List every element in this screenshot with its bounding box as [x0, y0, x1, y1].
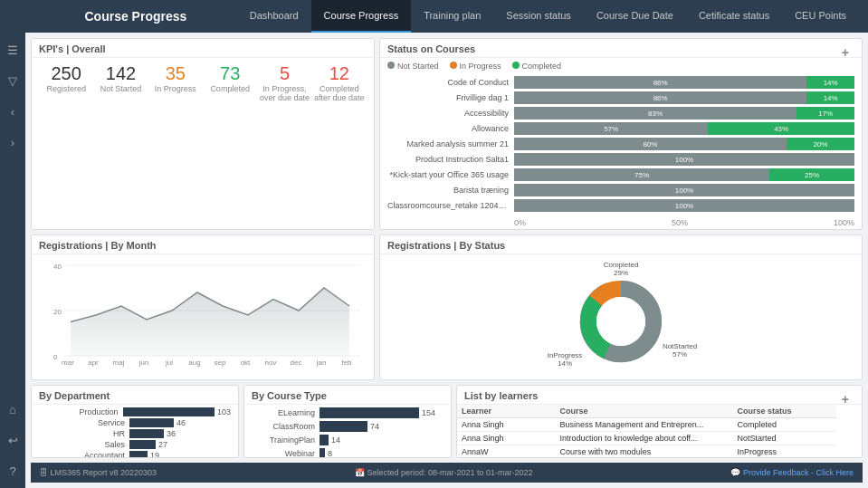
svg-text:jun: jun	[138, 359, 149, 367]
kpi-completed-value: 73	[203, 62, 257, 84]
learner-status: NotStarted	[732, 432, 835, 445]
tab-certificate-status[interactable]: Cetificate status	[686, 0, 782, 33]
status-bar-label: Allowance	[387, 124, 514, 133]
bar-gray: 57%	[514, 122, 708, 135]
kpi-registered: 250 Registered	[39, 62, 93, 102]
by-department-panel: By Department Production 103 Service 46	[31, 385, 239, 458]
tab-ceu-points[interactable]: CEU Points	[782, 0, 859, 33]
undo-icon[interactable]: ↩	[3, 430, 23, 450]
dept-label: HR	[39, 429, 129, 438]
kpi-completed-after-due: 12 Completed after due date	[312, 62, 367, 102]
footer-feedback[interactable]: 💬 Provide Feedback - Click Here	[730, 468, 854, 477]
axis-0: 0%	[514, 218, 526, 227]
status-bar-label: Product Instruction Salta1	[387, 155, 514, 164]
kpi-in-progress-label: In Progress	[148, 84, 203, 93]
tab-dashboard[interactable]: Dashboard	[237, 0, 311, 33]
tab-course-due-date[interactable]: Course Due Date	[584, 0, 686, 33]
chevron-right-icon[interactable]: ›	[3, 132, 23, 152]
home-icon[interactable]: ⌂	[3, 399, 23, 419]
by-course-type-panel: By Course Type ELearning 154 ClassRoom 7…	[243, 385, 452, 458]
status-bar-track: 100%	[514, 153, 854, 166]
registrations-by-month-title: Registrations | By Month	[32, 235, 374, 254]
learners-table: Learner Course Course status Anna Singh …	[457, 405, 836, 458]
ct-label: Webinar	[252, 449, 320, 458]
footer-period: 📅 Selected period: 08-mar-2021 to 01-mar…	[355, 468, 533, 477]
dept-label: Sales	[39, 440, 129, 449]
label-in-progress-pct: 14%	[558, 359, 572, 368]
learners-header-row: Learner Course Course status	[457, 405, 836, 418]
kpi-not-started: 142 Not Started	[93, 62, 148, 102]
ct-value: 8	[328, 449, 332, 458]
status-bar-track: 83% 17%	[514, 107, 854, 120]
status-on-courses-title: Status on Courses +	[380, 39, 862, 58]
list-by-learners-title: List by learners +	[457, 386, 862, 405]
tab-training-plan[interactable]: Training plan	[411, 0, 493, 33]
kpi-overdue-label: In Progress, over due date	[257, 84, 311, 102]
bottom-row: By Department Production 103 Service 46	[31, 385, 863, 458]
status-bar-label: Accessibility	[387, 109, 514, 118]
col-course: Course	[556, 405, 733, 418]
status-bar-label: Frivillige dag 1	[387, 93, 514, 102]
footer-version: 🗄 LMS365 Report v8 20220303	[40, 468, 157, 477]
ct-bar	[320, 435, 329, 445]
dept-value: 103	[217, 407, 231, 416]
axis-100: 100%	[834, 218, 854, 227]
registrations-by-status-panel: Registrations | By Status	[379, 234, 863, 380]
learner-name: Anna Singh	[457, 418, 556, 432]
learner-name: AnnaW	[457, 445, 556, 459]
bar-gray: 86%	[514, 91, 806, 104]
chevron-left-icon[interactable]: ‹	[3, 101, 23, 121]
tab-course-progress[interactable]: Course Progress	[311, 0, 412, 33]
dept-bar	[129, 418, 174, 427]
status-axis: 0% 50% 100%	[380, 216, 862, 229]
status-add-button[interactable]: +	[836, 43, 854, 62]
table-row: Anna Singh Introduction to knowledge abo…	[457, 432, 836, 445]
bar-green: 43%	[708, 122, 854, 135]
legend-not-started: Not Started	[387, 62, 439, 71]
dept-label: Service	[39, 418, 129, 427]
svg-text:mar: mar	[62, 359, 74, 367]
filter-icon[interactable]: ▽	[3, 71, 23, 91]
svg-text:jan: jan	[316, 359, 327, 367]
status-bar-row: Marked analysis summer 21 80% 20%	[387, 138, 854, 150]
status-bar-label: *Kick-start your Office 365 usage	[387, 170, 514, 179]
ct-row: ClassRoom 74	[252, 421, 444, 432]
learners-thead: Learner Course Course status	[457, 405, 836, 418]
line-chart-svg: 40 20 0	[39, 258, 365, 367]
status-bar-row: Accessibility 83% 17%	[387, 107, 854, 120]
status-bar-label: Code of Conduct	[387, 78, 514, 87]
ct-label: TrainingPlan	[252, 435, 320, 445]
learner-course: Course with two modules	[556, 445, 733, 459]
ct-value: 14	[331, 435, 340, 445]
dept-value: 19	[150, 451, 159, 458]
bar-green: 25%	[769, 168, 854, 181]
axis-50: 50%	[672, 218, 688, 227]
legend-dot-not-started	[387, 62, 395, 69]
learners-table-scroll[interactable]: Learner Course Course status Anna Singh …	[457, 405, 836, 458]
menu-icon[interactable]: ☰	[3, 40, 23, 60]
footer: 🗄 LMS365 Report v8 20220303 📅 Selected p…	[31, 463, 863, 483]
dept-label: Production	[39, 407, 123, 416]
kpi-overdue: 5 In Progress, over due date	[257, 62, 311, 102]
kpi-in-progress: 35 In Progress	[148, 62, 203, 102]
kpi-completed-label: Completed	[203, 84, 257, 93]
learners-add-button[interactable]: +	[836, 390, 854, 408]
learner-course: Business Management and Entrepren...	[556, 418, 733, 432]
learner-name: Anna Singh	[457, 432, 556, 445]
tab-session-status[interactable]: Session status	[493, 0, 584, 33]
ct-label: ELearning	[252, 408, 320, 417]
ct-value: 74	[370, 422, 379, 431]
dept-row: HR 36	[39, 429, 231, 438]
label-completed: Completed	[604, 261, 639, 269]
ct-value: 154	[422, 408, 435, 417]
help-icon[interactable]: ?	[3, 461, 23, 481]
bar-green: 17%	[796, 107, 854, 120]
line-chart-area: 40 20 0	[32, 254, 374, 372]
bar-green: 20%	[787, 138, 854, 150]
bar-gray: 100%	[514, 153, 854, 166]
learner-status: InProgress	[732, 445, 835, 459]
by-department-title: By Department	[32, 386, 238, 405]
status-bar-track: 100%	[514, 199, 854, 212]
legend-in-progress: In Progress	[450, 62, 501, 71]
svg-text:okt: okt	[241, 359, 251, 367]
